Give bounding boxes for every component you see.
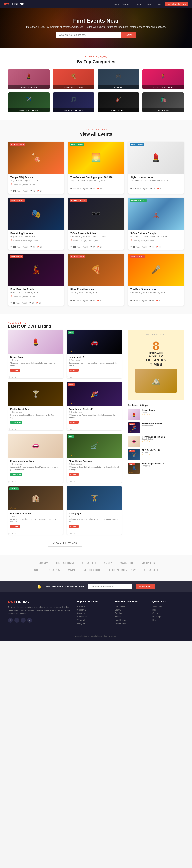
category-night-clubs[interactable]: 🎸 NIGHT CLUBS (98, 92, 139, 113)
footer-link-alabama[interactable]: Alabama (77, 606, 109, 608)
category-food-festivals[interactable]: 🍕 FOOD FESTIVALS (53, 69, 94, 89)
bookmark-icon[interactable]: ⊕ (11, 376, 13, 378)
event-card-1[interactable]: Food & Events 🍖 Tampa BBQ Festival... Ju… (8, 142, 64, 194)
listing-card-gym[interactable]: 🏋️ J's Big Gym ✦ Sports Welcome to J's B… (67, 486, 122, 535)
share-icon-slurp[interactable]: ↗ (73, 480, 75, 483)
share-icon-gym[interactable]: ↗ (73, 532, 75, 535)
event-card-6[interactable]: Health & Travel 🗼 5-Day Outdoor Campin..… (128, 197, 184, 250)
bookmark-icon-powerhouse[interactable]: ⊕ (70, 428, 72, 430)
social-googleplus[interactable]: g+ (21, 618, 26, 623)
category-health-fitness[interactable]: 🏃 HEALTH & FITNESS (142, 69, 184, 89)
event-title-3: Style Up Your Home... (130, 176, 182, 179)
footer-popular-locations: Popular Locations Alabama California Col… (77, 600, 109, 626)
heart-icon-gym[interactable]: ♡ (67, 532, 69, 535)
listing-card-opera[interactable]: 20% OFF 🏨 ★★★☆☆ Opera House Hotels ✦ Hot… (8, 486, 63, 535)
footer-link-contact[interactable]: Contact Us (152, 612, 184, 614)
category-hotels-travel[interactable]: ✈️ HOTELS & TRAVEL (8, 92, 50, 113)
subscribe-email-input[interactable] (88, 584, 132, 589)
footer-link-authors[interactable]: All Authors (152, 606, 184, 608)
search-button[interactable]: Search (121, 32, 136, 38)
share-icon[interactable]: ↗ (15, 376, 17, 378)
shopping-icon: 🛍️ (142, 92, 184, 106)
heart-icon-opera[interactable]: ♡ (8, 532, 10, 535)
event-card-9[interactable]: Musical Night 🎤 The Best Summer Mus... F… (128, 254, 184, 306)
featured-item-beauty[interactable]: 💄 Beauty Salon Beauty ☆☆☆☆☆ (128, 409, 184, 420)
footer-link-good-events[interactable]: Good Events (115, 622, 147, 625)
event-card-5[interactable]: Hotels & Travel 🕶️ 7-Day Towerside Adven… (68, 197, 124, 250)
listing-desc-slurp: Welcome to Slurp Hollow Supermarket wher… (69, 466, 120, 471)
footer-link-automotive[interactable]: Automotive (115, 606, 147, 608)
bookmark-icon-opera[interactable]: ⊕ (11, 532, 13, 535)
share-icon-kevins[interactable]: ↗ (73, 376, 75, 378)
event-img-5: Hotels & Travel 🕶️ (68, 197, 124, 229)
listing-card-royani[interactable]: 👄 Royani Ambiance Salon ✦ Beauty Salon W… (8, 434, 63, 483)
footer: DWT LISTING To go placita rutrum caption… (0, 592, 192, 641)
social-twitter[interactable]: t (14, 618, 19, 623)
listing-card-kapital[interactable]: 🍸 Kapital Bar & Res... ✦ Restaurants Hel… (8, 382, 63, 431)
listing-card-beauty[interactable]: 💄 Beauty Salon... ✦ Beauty There are no … (8, 330, 63, 379)
footer-link-california[interactable]: California (77, 609, 109, 611)
heart-icon-slurp[interactable]: ♡ (67, 480, 69, 483)
heart-icon-kapital[interactable]: ♡ (8, 428, 10, 430)
submit-listings-button[interactable]: ▲ Submit Listings (165, 2, 188, 6)
nav-search[interactable]: Search ▾ (122, 3, 131, 5)
featured-item-royani[interactable]: 👄 Royani Ambiance Salon Beauty Salon ☆☆☆… (128, 436, 184, 447)
event-card-2[interactable]: Beauty Event 🌅 The Greatest Gaming augus… (68, 142, 124, 194)
footer-link-colorado[interactable]: Colorado (77, 612, 109, 614)
events-header: Latest Events View All Events (8, 128, 184, 137)
category-shopping[interactable]: 🛍️ SHOPPING (142, 92, 184, 113)
event-card-8[interactable]: Food & Events 🍕 Pizza Roast Noodles... A… (68, 254, 124, 306)
nav-login[interactable]: Login (157, 3, 162, 5)
social-facebook[interactable]: f (8, 618, 13, 623)
bookmark-icon-slurp[interactable]: ⊕ (70, 480, 72, 483)
footer-link-head-events[interactable]: Head Events (115, 619, 147, 621)
bookmark-icon-kapital[interactable]: ⊕ (11, 428, 13, 430)
listing-card-slurp[interactable]: HOT 🛒 ★★★★☆ Slurp Hollow Superna... ✦ Su… (67, 434, 122, 483)
view-all-listings-button[interactable]: VIEW ALL LISTINGS (48, 539, 82, 547)
event-stats-4: 👁180Views 💬10 ❤56 📌28 (8, 244, 64, 250)
share-icon-kapital[interactable]: ↗ (15, 428, 17, 430)
footer-link-health[interactable]: Health (115, 616, 147, 618)
bookmark-icon-gym[interactable]: ⊕ (70, 532, 72, 535)
heart-icon[interactable]: ♡ (8, 376, 10, 378)
footer-link-help[interactable]: Help (152, 619, 184, 621)
footer-link-rankings[interactable]: Rankings (152, 616, 184, 618)
heart-icon-powerhouse[interactable]: ♡ (67, 428, 69, 430)
category-beauty-salon[interactable]: 💄 BEAUTY SALON (8, 69, 50, 89)
event-location-1: 📍 Smithfield, United States (10, 183, 62, 186)
category-musical-nights[interactable]: 🎵 MUSICAL NIGHTS (53, 92, 94, 113)
featured-item-powerhouse[interactable]: SALE 🎉 ★★★★☆ Powerhouse Studio E... Ente… (128, 423, 184, 433)
nav-pages[interactable]: Pages ▾ (146, 3, 154, 5)
listing-cat-kevins: ✦ Automotive (69, 359, 120, 361)
search-input[interactable] (56, 32, 121, 38)
bookmark-icon-kevins[interactable]: ⊕ (70, 376, 72, 378)
stat-pins-9: 📌25 (156, 300, 161, 302)
listing-actions-kapital: ♡ ⊕ ↗ (8, 427, 63, 430)
footer-link-dengmar[interactable]: Dengmar (77, 622, 109, 625)
nav-events[interactable]: Events ▾ (134, 3, 142, 5)
share-icon-powerhouse[interactable]: ↗ (73, 428, 75, 430)
heart-icon-royani[interactable]: ♡ (8, 480, 10, 483)
footer-link-virginyal[interactable]: Virginyal (77, 619, 109, 621)
featured-item-fashion[interactable]: SALE 👗 ★★★☆☆ Shop Paige Fashion Di... Sh… (128, 463, 184, 474)
category-gaming[interactable]: 🎮 GAMING (98, 69, 139, 89)
share-icon-opera[interactable]: ↗ (15, 532, 17, 535)
listing-card-powerhouse[interactable]: SALE 🎉 ★★★★☆ Powerhouse Studios E... ✦ E… (67, 382, 122, 431)
notify-me-button[interactable]: NOTIFY ME (136, 584, 155, 589)
featured-item-fitness[interactable]: SALE 🏋️ Fit & Ready You At... Fitness ☆☆… (128, 449, 184, 460)
event-card-4[interactable]: Musical Night 🎭 Everything You Need... M… (8, 197, 64, 250)
hero-section: Find Events Near More than 11,000 review… (0, 8, 192, 48)
footer-link-blog[interactable]: Blog (152, 609, 184, 611)
nav-home[interactable]: Home (113, 3, 119, 5)
footer-quick-title: Quick Links (152, 600, 184, 603)
event-card-7[interactable]: Night Clubs 💃 Four Exercise Routin... Ma… (8, 254, 64, 306)
footer-link-beauty[interactable]: Beauty (115, 609, 147, 611)
share-icon-royani[interactable]: ↗ (15, 480, 17, 483)
footer-link-gaming[interactable]: Gaming (115, 612, 147, 614)
event-card-3[interactable]: Beauty Event 💄 Style Up Your Home... Sep… (128, 142, 184, 194)
footer-link-sunnyvale[interactable]: Sunnyvale (77, 616, 109, 618)
heart-icon-kevins[interactable]: ♡ (67, 376, 69, 378)
social-linkedin[interactable]: in (27, 618, 32, 623)
bookmark-icon-royani[interactable]: ⊕ (11, 480, 13, 483)
listing-card-kevins[interactable]: NEW 🚗 ★★★★☆ Kevin's Auto E... ✦ Automoti… (67, 330, 122, 379)
